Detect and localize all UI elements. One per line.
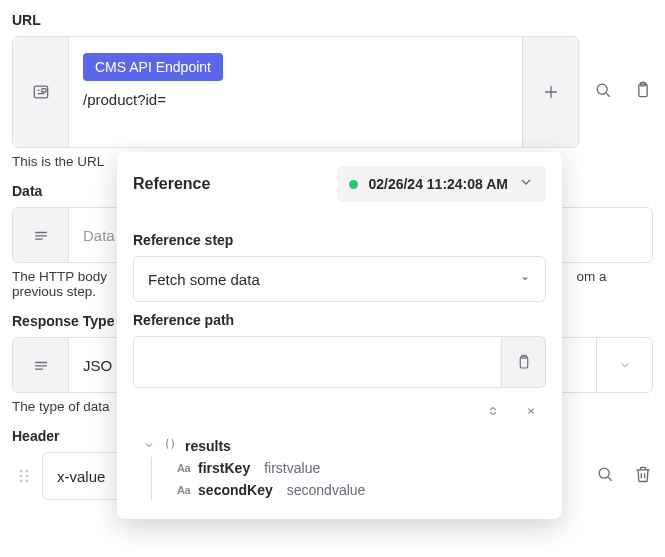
collapse-all-icon[interactable] [486,404,500,422]
expand-all-icon[interactable] [524,404,538,422]
svg-point-9 [20,480,23,483]
tree-key: secondKey [198,482,273,498]
drag-handle-icon[interactable] [12,466,36,486]
braces-icon [163,437,177,454]
chevron-down-icon[interactable] [518,174,534,194]
tree-key: firstKey [198,460,250,476]
reference-step-select[interactable]: Fetch some data [133,256,546,302]
text-icon [13,338,69,392]
reference-tree: results Aa firstKey firstvalue Aa second… [133,434,546,501]
tree-value: secondvalue [287,482,366,498]
svg-point-10 [26,480,29,483]
text-icon [13,208,69,262]
tree-node-item[interactable]: Aa secondKey secondvalue [133,479,546,501]
popover-title: Reference [133,175,337,193]
trash-icon[interactable] [633,464,653,488]
reference-step-value: Fetch some data [148,271,260,288]
search-icon[interactable] [593,80,613,104]
add-button[interactable] [522,37,578,147]
status-timestamp: 02/26/24 11:24:08 AM [368,176,508,192]
url-input-group: CMS API Endpoint /product?id= [12,36,579,148]
svg-point-6 [26,470,29,473]
url-chip[interactable]: CMS API Endpoint [83,53,223,81]
svg-rect-1 [41,89,45,92]
reference-path-input[interactable] [133,336,502,388]
url-label: URL [12,12,653,28]
svg-point-2 [597,84,607,94]
reference-step-label: Reference step [133,232,546,248]
svg-point-5 [20,470,23,473]
status-dot-icon [349,180,358,189]
reference-path-label: Reference path [133,312,546,328]
tree-key: results [185,438,231,454]
svg-point-11 [599,468,609,478]
svg-point-8 [26,475,29,478]
chevron-down-icon[interactable] [143,438,155,454]
string-type-icon: Aa [177,462,190,474]
url-input[interactable]: CMS API Endpoint /product?id= [69,37,522,147]
clipboard-icon[interactable] [633,80,653,104]
status-pill[interactable]: 02/26/24 11:24:08 AM [337,166,546,202]
reference-popover: Reference 02/26/24 11:24:08 AM Reference… [117,152,562,519]
svg-point-7 [20,475,23,478]
string-type-icon: Aa [177,484,190,496]
search-icon[interactable] [595,464,615,488]
clipboard-button[interactable] [502,336,546,388]
url-path-text: /product?id= [83,91,508,108]
caret-down-icon [519,273,531,285]
tree-value: firstvalue [264,460,320,476]
chevron-down-icon[interactable] [596,338,652,392]
url-type-icon [13,37,69,147]
tree-node-results[interactable]: results [133,434,546,457]
tree-node-item[interactable]: Aa firstKey firstvalue [133,457,546,479]
